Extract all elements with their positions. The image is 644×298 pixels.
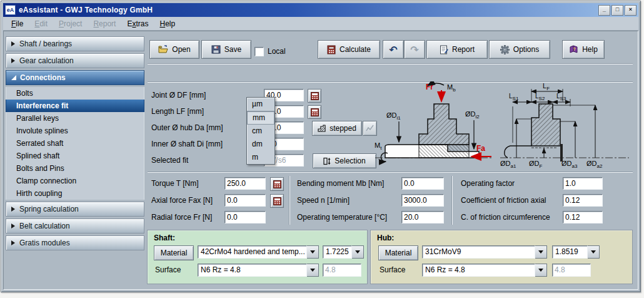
operating-temperature-input[interactable]: 20.0: [401, 211, 444, 224]
hub-surface-label: Surface: [380, 265, 405, 274]
calculator-icon: [273, 197, 281, 205]
menu-file[interactable]: File: [6, 18, 29, 29]
shaft-material-code-select[interactable]: 1.7225: [323, 245, 364, 259]
chevron-down-icon[interactable]: [352, 245, 364, 259]
calculator-icon: [311, 108, 319, 116]
sidebar-group-belt-calculation[interactable]: Belt calculation: [6, 218, 144, 234]
unit-option-dm[interactable]: dm: [247, 138, 274, 151]
joint-diameter-label: Joint Ø DF [mm]: [151, 91, 206, 100]
unit-option-m[interactable]: m: [247, 151, 274, 164]
app-window: eA eAssistant - GWJ Technology GmbH _ □ …: [1, 1, 641, 292]
bending-moment-input[interactable]: 0.0: [401, 177, 444, 190]
options-button[interactable]: Options: [489, 40, 550, 59]
stepped-button[interactable]: stepped: [312, 121, 362, 136]
friction-circumference-input[interactable]: 0.12: [563, 211, 603, 224]
chevron-down-icon[interactable]: [535, 264, 547, 277]
length-calc-button[interactable]: [308, 105, 321, 119]
ls3-label: LS3: [556, 93, 566, 101]
chevron-down-icon[interactable]: [535, 245, 547, 259]
axial-force-label: Axial force Fax [N]: [151, 196, 213, 205]
redo-button[interactable]: ↷: [404, 40, 425, 59]
calculator-icon: [311, 92, 319, 100]
shaft-surface-select[interactable]: N6 Rz = 4.8: [198, 264, 319, 277]
axial-force-calc-button[interactable]: [270, 194, 284, 208]
shaft-material-select[interactable]: 42CrMo4 hardened and temp...: [198, 245, 319, 259]
sidebar-item-involute-splines[interactable]: Involute splines: [6, 125, 144, 137]
main-content: Shaft / bearings Gear calculation Connec…: [3, 31, 638, 290]
chevron-right-icon: [11, 207, 15, 212]
undo-button[interactable]: ↶: [383, 40, 404, 59]
sidebar-group-spring-calculation[interactable]: Spring calculation: [6, 202, 144, 217]
report-button[interactable]: Report: [426, 40, 488, 59]
radial-force-input[interactable]: 0.0: [224, 211, 266, 224]
open-button[interactable]: Open: [149, 40, 199, 59]
torque-input[interactable]: 250.0: [224, 177, 266, 190]
help-button[interactable]: ? Help: [562, 40, 605, 59]
chevron-expanded-icon: [11, 75, 16, 80]
sidebar-item-bolts[interactable]: Bolts: [6, 87, 144, 100]
close-button[interactable]: ×: [625, 5, 636, 16]
interference-fit-diagram: Fr Mb ØDi1 ØDi2 Fa Mt L: [374, 81, 633, 172]
sidebar-group-gratis-modules[interactable]: Gratis modules: [6, 235, 144, 250]
save-button[interactable]: Save: [201, 40, 251, 59]
chevron-down-icon[interactable]: [307, 264, 319, 277]
joint-diameter-calc-button[interactable]: [308, 89, 321, 103]
bending-moment-label: Bending moment Mb [Nm]: [297, 179, 384, 188]
menu-extras[interactable]: Extras: [121, 18, 154, 29]
radial-force-label: Radial force Fr [N]: [151, 213, 212, 222]
help-book-icon: ?: [569, 45, 578, 54]
sidebar: Shaft / bearings Gear calculation Connec…: [6, 36, 144, 252]
sidebar-item-interference-fit[interactable]: Interference fit: [6, 100, 144, 112]
menu-project: Project: [53, 18, 88, 29]
friction-axial-input[interactable]: 0.12: [563, 194, 603, 207]
axial-force-input[interactable]: 0.0: [224, 194, 266, 207]
hub-surface-select[interactable]: N6 Rz = 4.8: [422, 264, 547, 277]
fit-selection-button[interactable]: Selection: [313, 153, 376, 168]
sidebar-group-connections[interactable]: Connections: [6, 70, 144, 85]
save-floppy-icon: [211, 45, 221, 54]
inner-shaft-diameter-label: Inner Ø shaft Di [mm]: [151, 140, 223, 148]
options-gear-icon: [500, 45, 510, 54]
sidebar-item-splined-shaft[interactable]: Splined shaft: [6, 150, 144, 162]
calculator-icon: [273, 180, 281, 188]
sidebar-item-parallel-keys[interactable]: Parallel keys: [6, 112, 144, 125]
mt-label: Mt: [375, 141, 382, 151]
menu-help[interactable]: Help: [154, 18, 181, 29]
sidebar-group-gear-calculation[interactable]: Gear calculation: [6, 53, 144, 68]
di2-label: ØDi2: [465, 110, 480, 120]
hub-material-code-select[interactable]: 1.8519: [552, 245, 600, 259]
torque-calc-button[interactable]: [270, 177, 284, 191]
torque-label: Torque T [Nm]: [151, 179, 199, 188]
unit-option-cm[interactable]: cm: [247, 125, 274, 138]
sidebar-group-shaft-bearings[interactable]: Shaft / bearings: [6, 36, 144, 51]
calculate-button[interactable]: Calculate: [318, 40, 380, 59]
shaft-material-button[interactable]: Material: [154, 245, 194, 260]
hub-material-select[interactable]: 31CrMoV9: [422, 245, 547, 259]
chevron-down-icon[interactable]: [588, 245, 600, 259]
shaft-panel-title: Shaft:: [154, 234, 175, 242]
sidebar-item-serrated-shaft[interactable]: Serrated shaft: [6, 137, 144, 150]
operating-factor-input[interactable]: 1.0: [563, 177, 603, 190]
sidebar-item-hirth-coupling[interactable]: Hirth coupling: [6, 187, 144, 200]
minimize-button[interactable]: _: [598, 5, 610, 16]
hub-material-button[interactable]: Material: [378, 245, 418, 260]
fa-label: Fa: [476, 144, 485, 153]
local-label: Local: [268, 47, 286, 56]
sidebar-item-bolts-and-pins[interactable]: Bolts and Pins: [6, 162, 144, 175]
local-checkbox[interactable]: [254, 47, 264, 56]
length-label: Length LF [mm]: [151, 107, 204, 116]
unit-option-um[interactable]: µm: [247, 98, 274, 111]
chevron-right-icon: [11, 224, 15, 229]
da1-label: ØDa1: [500, 160, 516, 169]
df-label: ØDF: [529, 160, 543, 169]
svg-text:?: ?: [573, 47, 576, 51]
chevron-down-icon[interactable]: [307, 245, 319, 259]
chevron-right-icon: [11, 58, 15, 63]
speed-input[interactable]: 3000.0: [401, 194, 444, 207]
sidebar-item-clamp-connection[interactable]: Clamp connection: [6, 175, 144, 187]
report-document-icon: [440, 45, 448, 54]
operating-temperature-label: Operating temperature [°C]: [297, 213, 387, 222]
unit-option-mm[interactable]: mm: [247, 111, 274, 125]
selected-fit-label: Selected fit: [151, 156, 188, 165]
maximize-button[interactable]: □: [611, 5, 623, 16]
